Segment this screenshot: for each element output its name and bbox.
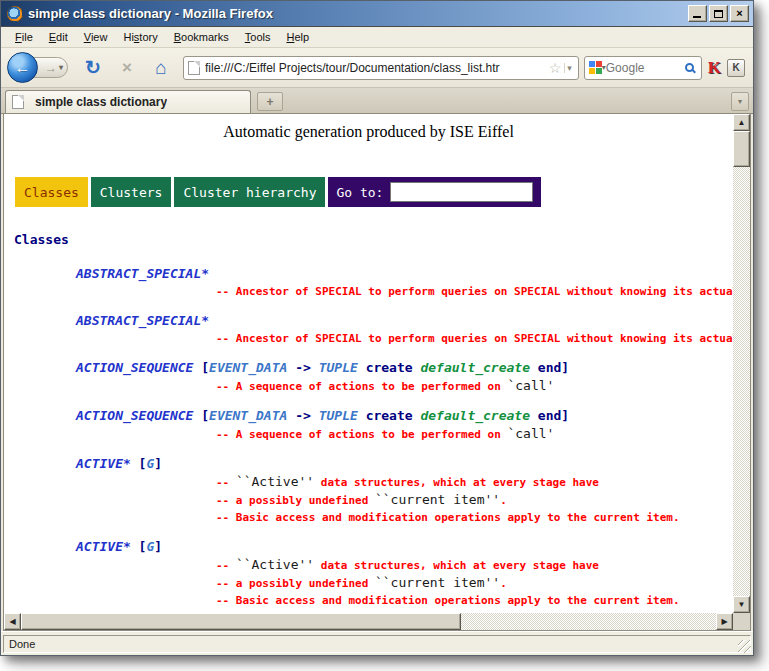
class-entry: ABSTRACT_SPECIAL*-- Ancestor of SPECIAL … [4, 311, 733, 347]
class-entry-comment: -- ``Active'' data structures, which at … [4, 473, 733, 491]
text-sym: ] [154, 539, 162, 554]
search-input[interactable] [606, 61, 685, 75]
text-sym: ] [561, 408, 569, 423]
text-sym: ] [561, 360, 569, 375]
text-gen: EVENT_DATA [209, 360, 287, 375]
stop-icon: × [122, 58, 132, 77]
forward-icon: → [45, 61, 57, 75]
maximize-icon [714, 10, 723, 18]
home-button[interactable]: ⌂ [148, 57, 174, 79]
menu-tools[interactable]: Tools [237, 28, 279, 46]
maximize-button[interactable] [709, 5, 728, 22]
text-sym: ] [154, 456, 162, 471]
history-dropdown-icon[interactable]: ▾ [59, 63, 63, 72]
text-kw: end [538, 408, 561, 423]
text-sym: -> [287, 408, 318, 423]
text-cls: ACTION_SEQUENCE [76, 360, 193, 375]
class-entry-title[interactable]: ACTION_SEQUENCE [EVENT_DATA -> TUPLE cre… [4, 406, 733, 425]
url-input[interactable] [205, 61, 546, 75]
list-all-tabs-button[interactable]: ▾ [731, 92, 749, 111]
class-entry: ABSTRACT_SPECIAL*-- Ancestor of SPECIAL … [4, 264, 733, 300]
text-code: ``Active'' [236, 557, 314, 572]
tab-label: simple class dictionary [35, 95, 167, 109]
resize-grip[interactable] [738, 640, 751, 653]
scroll-right-button[interactable]: ▶ [716, 613, 733, 630]
class-entry-title[interactable]: ACTIVE* [G] [4, 454, 733, 473]
class-entry-comment: -- Ancestor of SPECIAL to perform querie… [4, 283, 733, 300]
vertical-scrollbar-thumb[interactable] [733, 131, 750, 167]
text-code: ``Active'' [236, 474, 314, 489]
minimize-button[interactable] [688, 5, 707, 22]
text-rem: -- A sequence of actions to be performed… [216, 428, 507, 441]
classes-section-title: Classes [14, 232, 733, 247]
vertical-scrollbar[interactable]: ▲ ▼ [733, 114, 750, 613]
vertical-scrollbar-track[interactable] [733, 131, 750, 596]
menu-file[interactable]: File [7, 28, 41, 46]
text-rem: -- Ancestor of SPECIAL to perform querie… [216, 285, 733, 298]
kaspersky-addon-icon[interactable]: K [708, 58, 721, 78]
stop-button[interactable]: × [114, 58, 140, 78]
goto-input[interactable] [390, 182, 533, 202]
close-button[interactable]: × [730, 5, 749, 22]
text-rem: data structures, which at every stage ha… [314, 559, 599, 572]
menu-bookmarks[interactable]: Bookmarks [166, 28, 237, 46]
menu-help[interactable]: Help [278, 28, 317, 46]
nav-button-cluster-hierarchy[interactable]: Cluster hierarchy [174, 177, 325, 207]
content-area: Automatic generation produced by ISE Eif… [3, 114, 751, 631]
reload-icon: ↻ [85, 57, 101, 78]
class-entry-title[interactable]: ABSTRACT_SPECIAL* [4, 311, 733, 330]
text-rem: -- [216, 476, 236, 489]
menu-bar: FileEditViewHistoryBookmarksToolsHelp [1, 27, 753, 48]
text-code: ``current item'' [375, 575, 500, 590]
back-button[interactable]: ← [7, 52, 38, 83]
scroll-down-button[interactable]: ▼ [733, 596, 750, 613]
class-entry: ACTION_SEQUENCE [EVENT_DATA -> TUPLE cre… [4, 358, 733, 395]
text-sym: [ [131, 456, 147, 471]
menu-edit[interactable]: Edit [41, 28, 76, 46]
keyboard-key-addon-icon[interactable]: K [727, 59, 745, 77]
class-list: ABSTRACT_SPECIAL*-- Ancestor of SPECIAL … [4, 264, 733, 613]
location-bar[interactable]: ☆ ▾ [183, 56, 579, 80]
search-icon[interactable] [685, 63, 694, 72]
minimize-icon [693, 16, 701, 18]
class-entry-title[interactable]: ACTION_SEQUENCE [EVENT_DATA -> TUPLE cre… [4, 358, 733, 377]
text-kw: create [366, 360, 413, 375]
bookmark-star-icon[interactable]: ☆ [549, 60, 562, 76]
url-dropdown-icon[interactable]: ▾ [564, 63, 574, 73]
text-rem: . [500, 494, 507, 507]
horizontal-scrollbar[interactable]: ◀ ▶ [4, 613, 733, 630]
google-engine-icon[interactable] [589, 61, 602, 74]
text-cls: ACTION_SEQUENCE [76, 408, 193, 423]
class-entry-title[interactable]: ABSTRACT_SPECIAL* [4, 264, 733, 283]
class-entry-comment: -- ``Active'' data structures, which at … [4, 556, 733, 574]
tab-simple-class-dictionary[interactable]: simple class dictionary [5, 90, 251, 113]
scroll-up-button[interactable]: ▲ [733, 114, 750, 131]
text-rem: -- Basic access and modification operati… [216, 594, 680, 607]
nav-button-classes[interactable]: Classes [15, 177, 88, 207]
reload-button[interactable]: ↻ [80, 56, 106, 79]
search-bar[interactable]: ▾ [584, 56, 702, 80]
new-tab-button[interactable]: + [257, 92, 283, 111]
back-icon: ← [15, 59, 31, 77]
navigation-toolbar: ← → ▾ ↻ × ⌂ ☆ ▾ ▾ K K [1, 48, 753, 88]
text-feat: default_create [420, 360, 530, 375]
text-cls: ABSTRACT_SPECIAL* [76, 266, 209, 281]
text-kw: end [538, 360, 561, 375]
horizontal-scrollbar-thumb[interactable] [21, 613, 461, 630]
class-entry: ACTIVE* [G]-- ``Active'' data structures… [4, 454, 733, 526]
nav-button-clusters[interactable]: Clusters [91, 177, 172, 207]
text-sym: [ [193, 408, 209, 423]
status-bar: Done [1, 631, 753, 655]
text-gen: TUPLE [319, 408, 358, 423]
class-entry-title[interactable]: ACTIVE* [G] [4, 537, 733, 556]
text-rem: -- Ancestor of SPECIAL to perform querie… [216, 332, 733, 345]
text-code: `call' [507, 426, 554, 441]
goto-label: Go to: [336, 185, 383, 200]
goto-box: Go to: [328, 177, 541, 207]
scroll-left-button[interactable]: ◀ [4, 613, 21, 630]
text-rem: data structures, which at every stage ha… [314, 476, 599, 489]
menu-view[interactable]: View [76, 28, 116, 46]
text-sym: [ [131, 539, 147, 554]
menu-history[interactable]: History [115, 28, 165, 46]
text-gen: TUPLE [319, 360, 358, 375]
